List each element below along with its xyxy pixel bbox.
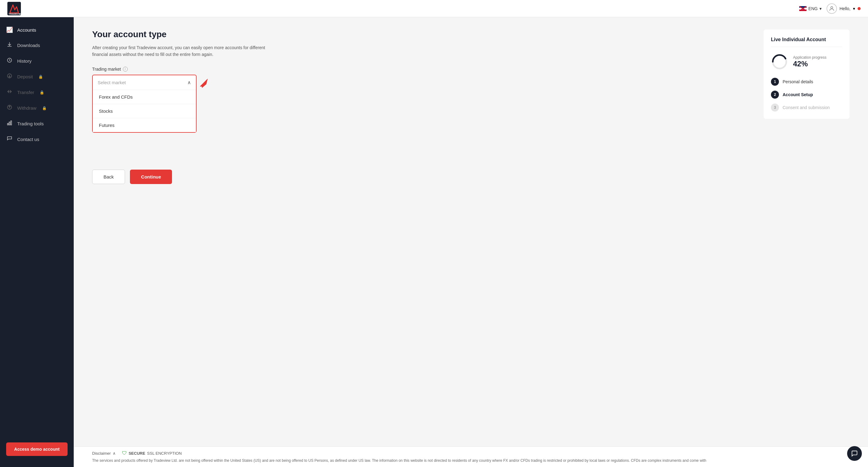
- deposit-lock-icon: 🔒: [38, 75, 43, 79]
- disclaimer-top: Disclaimer ∧ 🛡 SECURE SSL ENCRYPTION: [92, 450, 849, 456]
- main-content: @ WikiFX @ WikiFX @ WikiFX @ WikiFX @ Wi…: [74, 17, 868, 467]
- content-area: Your account type After creating your fi…: [74, 17, 868, 196]
- sidebar-item-accounts[interactable]: 📈 Accounts: [0, 22, 74, 37]
- top-navigation: TRADEVIEW ENG ▾ Hello, ▾: [0, 0, 868, 17]
- action-row: Back Continue: [92, 169, 751, 184]
- transfer-icon: [6, 89, 13, 96]
- sidebar-label-accounts: Accounts: [17, 27, 36, 33]
- page-description: After creating your first Tradeview acco…: [92, 44, 276, 58]
- progress-circle: [771, 53, 788, 70]
- disclaimer-bar: Disclaimer ∧ 🛡 SECURE SSL ENCRYPTION The…: [74, 446, 868, 467]
- disclaimer-label: Disclaimer: [92, 451, 111, 456]
- deposit-icon: [6, 73, 13, 80]
- field-label-trading-market: Trading market i: [92, 67, 751, 71]
- transfer-lock-icon: 🔒: [40, 90, 44, 95]
- dropdown-chevron-icon: ∧: [187, 80, 191, 85]
- step-1-label: Personal details: [783, 79, 813, 84]
- step-1-number: 1: [771, 78, 779, 86]
- sidebar-item-downloads[interactable]: Downloads: [0, 37, 74, 53]
- brand-logo[interactable]: TRADEVIEW: [7, 2, 21, 15]
- sidebar-label-deposit: Deposit: [17, 74, 33, 79]
- sidebar-label-history: History: [17, 58, 32, 64]
- sidebar: 📈 Accounts Downloads History: [0, 17, 74, 467]
- sidebar-item-history[interactable]: History: [0, 53, 74, 69]
- access-demo-button[interactable]: Access demo account: [6, 442, 68, 456]
- progress-label: Application progress: [793, 55, 827, 60]
- sidebar-item-transfer: Transfer 🔒: [0, 85, 74, 100]
- dropdown-trigger[interactable]: Select market ∧: [93, 75, 196, 90]
- dropdown-placeholder: Select market: [98, 80, 126, 85]
- step-1: 1 Personal details: [771, 78, 842, 86]
- sidebar-item-withdraw: Withdraw 🔒: [0, 100, 74, 116]
- accounts-icon: 📈: [6, 26, 13, 33]
- disclaimer-text: The services and products offered by Tra…: [92, 458, 849, 463]
- page-title: Your account type: [92, 30, 751, 39]
- continue-button[interactable]: Continue: [130, 169, 172, 184]
- dropdown-option-stocks[interactable]: Stocks: [93, 104, 196, 118]
- user-chevron: ▾: [853, 6, 855, 11]
- svg-point-3: [831, 6, 833, 9]
- nav-right: ENG ▾ Hello, ▾: [799, 3, 861, 14]
- svg-text:TRADEVIEW: TRADEVIEW: [9, 12, 21, 15]
- dropdown-options-list: Forex and CFDs Stocks Futures: [93, 90, 196, 132]
- user-area[interactable]: Hello, ▾: [827, 3, 861, 14]
- back-button[interactable]: Back: [92, 169, 125, 184]
- step-2: 2 Account Setup: [771, 91, 842, 99]
- dropdown-option-futures[interactable]: Futures: [93, 118, 196, 132]
- form-section: Your account type After creating your fi…: [92, 30, 751, 184]
- sidebar-label-trading-tools: Trading tools: [17, 121, 43, 126]
- disclaimer-section: Disclaimer ∧ 🛡 SECURE SSL ENCRYPTION The…: [74, 446, 868, 467]
- dropdown-container: Select market ∧ Forex and CFDs Stocks: [92, 75, 196, 133]
- secure-badge: 🛡 SECURE SSL ENCRYPTION: [122, 450, 182, 456]
- lang-label: ENG: [808, 6, 818, 11]
- panel-title: Live Individual Account: [771, 37, 842, 47]
- disclaimer-chevron: ∧: [113, 451, 116, 456]
- sidebar-label-transfer: Transfer: [17, 90, 34, 95]
- sidebar-label-downloads: Downloads: [17, 43, 40, 48]
- step-3-label: Consent and submission: [783, 105, 830, 110]
- progress-value: 42%: [793, 60, 827, 68]
- sidebar-item-contact-us[interactable]: Contact us: [0, 131, 74, 147]
- field-label-text: Trading market: [92, 67, 121, 71]
- downloads-icon: [6, 42, 13, 49]
- language-selector[interactable]: ENG ▾: [799, 6, 822, 11]
- market-dropdown[interactable]: Select market ∧ Forex and CFDs Stocks: [92, 75, 196, 133]
- secure-bold-label: SECURE: [129, 451, 145, 456]
- page-layout: 📈 Accounts Downloads History: [0, 17, 868, 467]
- chat-button[interactable]: [847, 446, 862, 461]
- trading-tools-icon: [6, 120, 13, 127]
- sidebar-label-contact: Contact us: [17, 137, 39, 142]
- steps-list: 1 Personal details 2 Account Setup 3 Con…: [771, 78, 842, 112]
- withdraw-icon: [6, 104, 13, 112]
- arrow-indicator: [198, 78, 209, 90]
- dropdown-option-forex[interactable]: Forex and CFDs: [93, 90, 196, 104]
- secure-label: SSL ENCRYPTION: [147, 451, 182, 456]
- demo-button-wrapper: Access demo account: [0, 436, 74, 462]
- sidebar-label-withdraw: Withdraw: [17, 105, 36, 111]
- withdraw-lock-icon: 🔒: [42, 106, 47, 110]
- svg-rect-8: [9, 122, 10, 125]
- progress-section: Application progress 42%: [771, 53, 842, 70]
- step-3-number: 3: [771, 103, 779, 112]
- svg-rect-9: [11, 121, 12, 125]
- svg-rect-7: [7, 124, 8, 125]
- info-icon[interactable]: i: [123, 67, 128, 71]
- right-panel: Live Individual Account Application prog…: [764, 30, 849, 119]
- lang-chevron: ▾: [819, 6, 822, 11]
- sidebar-item-deposit: Deposit 🔒: [0, 69, 74, 85]
- step-2-number: 2: [771, 91, 779, 99]
- flag-icon: [799, 6, 807, 11]
- user-avatar: [827, 3, 837, 14]
- history-icon: [6, 58, 13, 64]
- contact-icon: [6, 136, 13, 143]
- step-2-label: Account Setup: [783, 92, 813, 97]
- shield-icon: 🛡: [122, 450, 127, 456]
- hello-text: Hello,: [839, 6, 850, 11]
- disclaimer-toggle[interactable]: Disclaimer ∧: [92, 451, 116, 456]
- sidebar-item-trading-tools[interactable]: Trading tools: [0, 116, 74, 131]
- progress-text: Application progress 42%: [793, 55, 827, 68]
- status-dot: [858, 7, 861, 10]
- step-3: 3 Consent and submission: [771, 103, 842, 112]
